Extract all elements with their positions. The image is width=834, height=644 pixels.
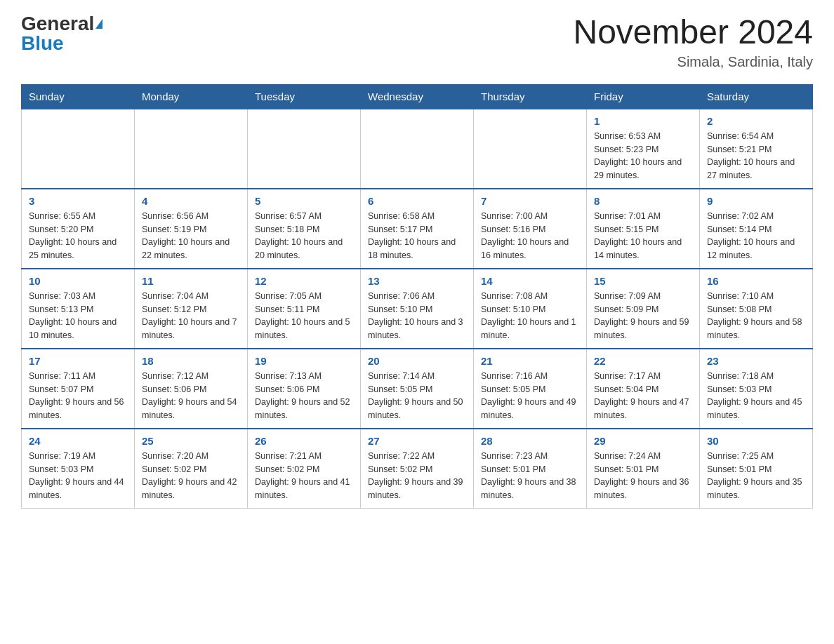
weekday-header-monday: Monday [135,84,248,109]
week-row-4: 17Sunrise: 7:11 AMSunset: 5:07 PMDayligh… [22,349,813,429]
cell-sun-info: Sunrise: 7:25 AMSunset: 5:01 PMDaylight:… [707,450,805,502]
cell-day-number: 20 [368,355,466,367]
calendar-cell: 4Sunrise: 6:56 AMSunset: 5:19 PMDaylight… [135,189,248,269]
cell-sun-info: Sunrise: 7:04 AMSunset: 5:12 PMDaylight:… [142,290,240,342]
calendar-cell: 24Sunrise: 7:19 AMSunset: 5:03 PMDayligh… [22,429,135,509]
weekday-header-friday: Friday [587,84,700,109]
cell-sun-info: Sunrise: 7:05 AMSunset: 5:11 PMDaylight:… [255,290,353,342]
week-row-5: 24Sunrise: 7:19 AMSunset: 5:03 PMDayligh… [22,429,813,509]
cell-day-number: 25 [142,435,240,447]
calendar-cell: 15Sunrise: 7:09 AMSunset: 5:09 PMDayligh… [587,269,700,349]
calendar-cell: 5Sunrise: 6:57 AMSunset: 5:18 PMDaylight… [248,189,361,269]
cell-sun-info: Sunrise: 7:09 AMSunset: 5:09 PMDaylight:… [594,290,692,342]
cell-sun-info: Sunrise: 7:22 AMSunset: 5:02 PMDaylight:… [368,450,466,502]
cell-sun-info: Sunrise: 7:19 AMSunset: 5:03 PMDaylight:… [29,450,127,502]
cell-day-number: 19 [255,355,353,367]
cell-day-number: 22 [594,355,692,367]
cell-sun-info: Sunrise: 7:16 AMSunset: 5:05 PMDaylight:… [481,370,579,422]
calendar-cell: 12Sunrise: 7:05 AMSunset: 5:11 PMDayligh… [248,269,361,349]
calendar-cell [248,109,361,189]
cell-sun-info: Sunrise: 6:53 AMSunset: 5:23 PMDaylight:… [594,130,692,182]
calendar-cell: 21Sunrise: 7:16 AMSunset: 5:05 PMDayligh… [474,349,587,429]
cell-sun-info: Sunrise: 7:03 AMSunset: 5:13 PMDaylight:… [29,290,127,342]
cell-day-number: 10 [29,275,127,287]
calendar-cell: 30Sunrise: 7:25 AMSunset: 5:01 PMDayligh… [700,429,813,509]
weekday-header-sunday: Sunday [22,84,135,109]
cell-day-number: 1 [594,115,692,127]
logo-blue: Blue [21,34,64,53]
calendar-cell: 3Sunrise: 6:55 AMSunset: 5:20 PMDaylight… [22,189,135,269]
logo-triangle-icon [95,19,102,29]
cell-day-number: 30 [707,435,805,447]
cell-sun-info: Sunrise: 7:11 AMSunset: 5:07 PMDaylight:… [29,370,127,422]
weekday-header-row: SundayMondayTuesdayWednesdayThursdayFrid… [22,84,813,109]
cell-sun-info: Sunrise: 7:17 AMSunset: 5:04 PMDaylight:… [594,370,692,422]
location-subtitle: Simala, Sardinia, Italy [573,54,813,70]
cell-day-number: 16 [707,275,805,287]
weekday-header-tuesday: Tuesday [248,84,361,109]
calendar-cell: 20Sunrise: 7:14 AMSunset: 5:05 PMDayligh… [361,349,474,429]
calendar-cell [135,109,248,189]
cell-sun-info: Sunrise: 7:06 AMSunset: 5:10 PMDaylight:… [368,290,466,342]
logo-general: General [21,14,94,34]
cell-day-number: 17 [29,355,127,367]
cell-day-number: 15 [594,275,692,287]
calendar-cell: 18Sunrise: 7:12 AMSunset: 5:06 PMDayligh… [135,349,248,429]
cell-day-number: 23 [707,355,805,367]
cell-day-number: 29 [594,435,692,447]
calendar-cell: 17Sunrise: 7:11 AMSunset: 5:07 PMDayligh… [22,349,135,429]
cell-sun-info: Sunrise: 7:21 AMSunset: 5:02 PMDaylight:… [255,450,353,502]
calendar-cell: 23Sunrise: 7:18 AMSunset: 5:03 PMDayligh… [700,349,813,429]
cell-day-number: 28 [481,435,579,447]
cell-day-number: 27 [368,435,466,447]
cell-day-number: 11 [142,275,240,287]
cell-sun-info: Sunrise: 7:23 AMSunset: 5:01 PMDaylight:… [481,450,579,502]
cell-day-number: 2 [707,115,805,127]
calendar-cell [22,109,135,189]
calendar-cell: 19Sunrise: 7:13 AMSunset: 5:06 PMDayligh… [248,349,361,429]
weekday-header-saturday: Saturday [700,84,813,109]
week-row-2: 3Sunrise: 6:55 AMSunset: 5:20 PMDaylight… [22,189,813,269]
week-row-3: 10Sunrise: 7:03 AMSunset: 5:13 PMDayligh… [22,269,813,349]
calendar-cell: 25Sunrise: 7:20 AMSunset: 5:02 PMDayligh… [135,429,248,509]
cell-day-number: 26 [255,435,353,447]
week-row-1: 1Sunrise: 6:53 AMSunset: 5:23 PMDaylight… [22,109,813,189]
cell-day-number: 4 [142,195,240,207]
cell-sun-info: Sunrise: 7:08 AMSunset: 5:10 PMDaylight:… [481,290,579,342]
calendar-cell: 26Sunrise: 7:21 AMSunset: 5:02 PMDayligh… [248,429,361,509]
weekday-header-wednesday: Wednesday [361,84,474,109]
cell-sun-info: Sunrise: 7:18 AMSunset: 5:03 PMDaylight:… [707,370,805,422]
cell-sun-info: Sunrise: 7:12 AMSunset: 5:06 PMDaylight:… [142,370,240,422]
cell-day-number: 24 [29,435,127,447]
cell-sun-info: Sunrise: 6:54 AMSunset: 5:21 PMDaylight:… [707,130,805,182]
cell-sun-info: Sunrise: 6:58 AMSunset: 5:17 PMDaylight:… [368,210,466,262]
cell-day-number: 6 [368,195,466,207]
calendar-cell: 29Sunrise: 7:24 AMSunset: 5:01 PMDayligh… [587,429,700,509]
calendar-cell: 13Sunrise: 7:06 AMSunset: 5:10 PMDayligh… [361,269,474,349]
page-header: General Blue November 2024 Simala, Sardi… [21,14,813,70]
calendar-table: SundayMondayTuesdayWednesdayThursdayFrid… [21,84,813,509]
cell-sun-info: Sunrise: 7:24 AMSunset: 5:01 PMDaylight:… [594,450,692,502]
calendar-cell: 1Sunrise: 6:53 AMSunset: 5:23 PMDaylight… [587,109,700,189]
calendar-cell: 28Sunrise: 7:23 AMSunset: 5:01 PMDayligh… [474,429,587,509]
calendar-cell: 14Sunrise: 7:08 AMSunset: 5:10 PMDayligh… [474,269,587,349]
month-title: November 2024 [573,14,813,51]
title-area: November 2024 Simala, Sardinia, Italy [573,14,813,70]
calendar-cell: 22Sunrise: 7:17 AMSunset: 5:04 PMDayligh… [587,349,700,429]
cell-day-number: 18 [142,355,240,367]
cell-sun-info: Sunrise: 7:13 AMSunset: 5:06 PMDaylight:… [255,370,353,422]
calendar-cell: 27Sunrise: 7:22 AMSunset: 5:02 PMDayligh… [361,429,474,509]
calendar-cell [361,109,474,189]
calendar-cell: 2Sunrise: 6:54 AMSunset: 5:21 PMDaylight… [700,109,813,189]
cell-sun-info: Sunrise: 6:57 AMSunset: 5:18 PMDaylight:… [255,210,353,262]
cell-sun-info: Sunrise: 6:55 AMSunset: 5:20 PMDaylight:… [29,210,127,262]
cell-day-number: 14 [481,275,579,287]
calendar-cell: 6Sunrise: 6:58 AMSunset: 5:17 PMDaylight… [361,189,474,269]
cell-day-number: 21 [481,355,579,367]
calendar-cell [474,109,587,189]
cell-sun-info: Sunrise: 6:56 AMSunset: 5:19 PMDaylight:… [142,210,240,262]
calendar-cell: 8Sunrise: 7:01 AMSunset: 5:15 PMDaylight… [587,189,700,269]
calendar-cell: 10Sunrise: 7:03 AMSunset: 5:13 PMDayligh… [22,269,135,349]
cell-day-number: 7 [481,195,579,207]
cell-day-number: 9 [707,195,805,207]
